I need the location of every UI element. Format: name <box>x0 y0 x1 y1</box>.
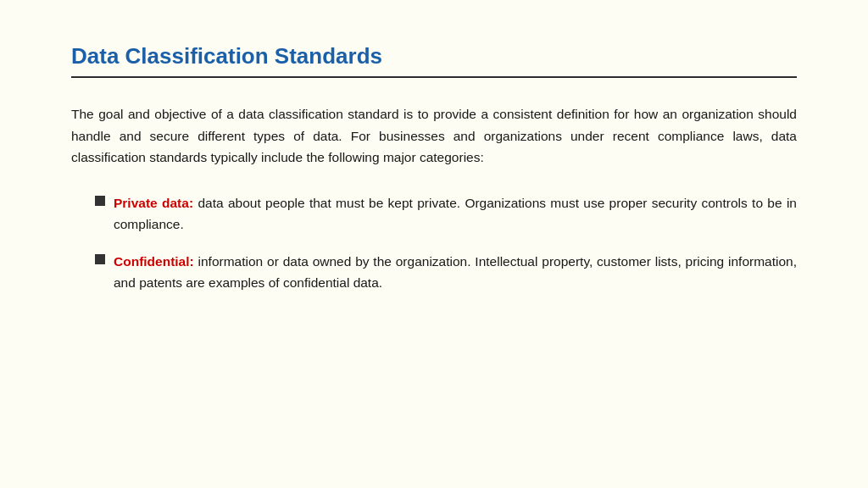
intro-paragraph: The goal and objective of a data classif… <box>71 103 797 169</box>
slide-title: Data Classification Standards <box>71 43 797 69</box>
list-item: Private data: data about people that mus… <box>95 192 797 236</box>
list-item: Confidential: information or data owned … <box>95 251 797 294</box>
list-item-content: Private data: data about people that mus… <box>114 192 797 236</box>
list-item-content: Confidential: information or data owned … <box>114 251 797 294</box>
bullet-list: Private data: data about people that mus… <box>71 192 797 294</box>
description-private-data: data about people that must be kept priv… <box>114 196 797 232</box>
term-private-data: Private data: <box>114 196 193 210</box>
term-confidential: Confidential: <box>114 254 194 269</box>
slide-container: Data Classification Standards The goal a… <box>27 19 841 469</box>
bullet-icon <box>95 254 105 264</box>
title-divider <box>71 76 797 78</box>
bullet-icon <box>95 196 105 206</box>
title-section: Data Classification Standards <box>71 43 797 97</box>
description-confidential: information or data owned by the organiz… <box>114 254 797 291</box>
